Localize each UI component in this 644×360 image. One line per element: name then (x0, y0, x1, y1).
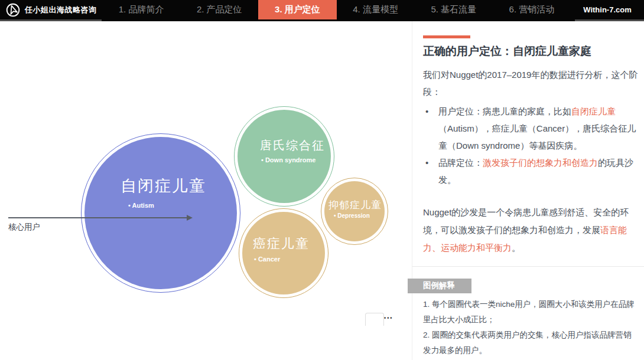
tab-cornerstone-traffic[interactable]: 5. 基石流量 (415, 0, 493, 19)
circle-depression-subtitle: Depression (334, 212, 370, 219)
circle-depression: 抑郁症儿童 Depression (321, 178, 388, 245)
legend-badge: 图例解释 (408, 279, 471, 293)
content-panel: 正确的用户定位：自闭症儿童家庭 我们对Nugget的2017–2019年的数据进… (412, 21, 644, 360)
text-segment: 自闭症儿童 (571, 106, 616, 116)
tab-marketing-activity[interactable]: 6. 营销活动 (493, 0, 571, 19)
circle-down-syndrome-title: 唐氏综合征 (260, 138, 325, 153)
circle-cancer-title: 癌症儿童 (253, 235, 310, 253)
legend-item-1: 1. 每个圆圈代表一类niche用户，圆圈大小和该类用户在品牌里占比大小成正比； (423, 297, 638, 328)
core-user-arrow (8, 217, 187, 218)
venn-diagram: 自闭症儿童 Autism 唐氏综合征 Down syndrome 癌症儿童 Ca… (0, 21, 412, 360)
bullet-user-positioning: 用户定位：病患儿童的家庭，比如自闭症儿童（Autism），癌症儿童（Cancer… (423, 103, 638, 154)
nav-tabs: 1. 品牌简介 2. 产品定位 3. 用户定位 4. 流量模型 5. 基石流量 … (102, 0, 571, 19)
tab-traffic-model[interactable]: 4. 流量模型 (337, 0, 415, 19)
brand-name: 任小姐出海战略咨询 (25, 5, 97, 15)
legend-item-2: 2. 圆圈的交集代表两类用户的交集，核心用户指该品牌营销发力最多的用户。 (423, 328, 638, 358)
text-segment: 激发孩子们的想象力和创造力 (483, 158, 598, 168)
text-segment: （Autism），癌症儿童（Cancer），唐氏综合征儿童（Down syndr… (438, 123, 636, 150)
circle-autism: 自闭症儿童 Autism (81, 133, 240, 293)
circle-autism-title: 自闭症儿童 (121, 175, 206, 197)
tab-product-positioning[interactable]: 2. 产品定位 (180, 0, 258, 19)
circle-autism-fill (84, 137, 237, 289)
top-nav: 任小姐出海战略咨询 1. 品牌简介 2. 产品定位 3. 用户定位 4. 流量模… (0, 0, 644, 21)
text-segment: 。 (512, 243, 521, 253)
tab-user-positioning[interactable]: 3. 用户定位 (258, 0, 336, 19)
circle-depression-title: 抑郁症儿童 (328, 198, 382, 212)
circle-autism-subtitle: Autism (128, 202, 154, 209)
positioning-bullet-list: 用户定位：病患儿童的家庭，比如自闭症儿童（Autism），癌症儿童（Cancer… (423, 103, 638, 188)
accent-bar (423, 35, 470, 38)
site-link[interactable]: Within-7.com (571, 0, 644, 19)
bullet-brand-positioning: 品牌定位：激发孩子们的想象力和创造力的玩具沙发。 (423, 154, 638, 188)
panel-divider (412, 266, 644, 267)
tab-brand-intro[interactable]: 1. 品牌简介 (102, 0, 180, 19)
panel-intro: 我们对Nugget的2017–2019年的数据进行分析，这个阶段： (423, 66, 638, 100)
brand-logo[interactable]: 任小姐出海战略咨询 (0, 0, 102, 19)
more-options-button[interactable]: ••• (384, 315, 393, 321)
core-user-label: 核心用户 (8, 222, 40, 233)
circle-cancer-subtitle: Cancer (254, 256, 280, 263)
panel-title: 正确的用户定位：自闭症儿童家庭 (423, 44, 638, 59)
partial-popup-box (365, 313, 384, 326)
brand-logo-icon (6, 3, 20, 17)
panel-paragraph: Nugget的沙发是一个令病患儿童感到舒适、安全的环境，可以激发孩子们的想象力和… (423, 204, 638, 257)
circle-down-syndrome: 唐氏综合征 Down syndrome (234, 106, 334, 207)
text-segment: 用户定位：病患儿童的家庭，比如 (438, 106, 571, 116)
circle-cancer-fill (242, 212, 325, 294)
text-segment: 品牌定位： (438, 158, 483, 168)
text-segment: Nugget的沙发是一个令病患儿童感到舒适、安全的环境，可以激发孩子们的想象力和… (423, 207, 629, 235)
circle-cancer: 癌症儿童 Cancer (239, 208, 328, 298)
circle-down-syndrome-subtitle: Down syndrome (261, 156, 316, 163)
